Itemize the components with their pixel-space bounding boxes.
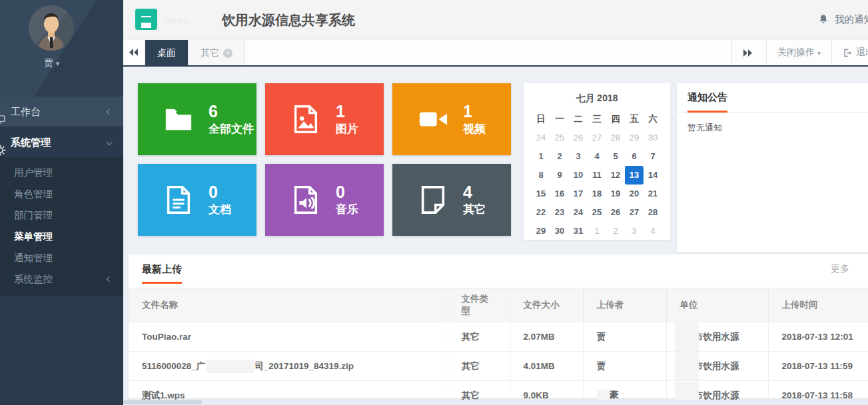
hamburger-icon bbox=[141, 16, 151, 23]
sidebar-item-workbench[interactable]: 工作台 bbox=[0, 97, 123, 127]
tab-item[interactable]: 其它× bbox=[189, 40, 245, 65]
calendar-day[interactable]: 8 bbox=[532, 166, 550, 185]
calendar-day[interactable]: 5 bbox=[606, 147, 625, 166]
double-arrow-right-icon bbox=[743, 49, 752, 57]
calendar-month-title: 七月 2018 bbox=[532, 93, 662, 105]
calendar-day[interactable]: 26 bbox=[606, 203, 625, 222]
calendar-day[interactable]: 30 bbox=[550, 222, 569, 240]
calendar-day[interactable]: 18 bbox=[588, 185, 606, 203]
calendar-day[interactable]: 25 bbox=[588, 203, 606, 222]
notice-panel: 通知公告 更多通知 暂无通知 bbox=[677, 83, 868, 252]
calendar-day[interactable]: 17 bbox=[569, 185, 588, 203]
stat-card-文档[interactable]: 0文档 bbox=[138, 164, 256, 236]
calendar-day[interactable]: 14 bbox=[644, 166, 662, 185]
chevron-left-icon bbox=[107, 276, 112, 282]
avatar-image bbox=[29, 5, 74, 51]
calendar-day[interactable]: 10 bbox=[569, 166, 588, 185]
username-dropdown[interactable]: 贾 ▾ bbox=[0, 57, 103, 69]
sidebar-subitem[interactable]: 角色管理 bbox=[0, 183, 123, 204]
calendar-day[interactable]: 21 bbox=[644, 185, 662, 203]
app-window: 贾 ▾ 工作台 系统管理 用户管理角色管理部门管理菜单管理通知管理系统监控 ··… bbox=[0, 0, 868, 405]
tab-active[interactable]: 桌面 bbox=[145, 40, 189, 65]
close-icon[interactable]: × bbox=[223, 49, 232, 58]
horizontal-scrollbar[interactable] bbox=[123, 400, 868, 405]
calendar-day[interactable]: 6 bbox=[625, 147, 644, 166]
menu-toggle-button[interactable] bbox=[135, 9, 157, 30]
calendar-grid: 日一二三四五六242526272829301234567891011121314… bbox=[532, 110, 662, 240]
calendar-day[interactable]: 23 bbox=[550, 203, 569, 222]
stat-label: 文档 bbox=[209, 202, 231, 217]
more-uploads-link[interactable]: 更多 bbox=[831, 263, 849, 275]
sidebar: 贾 ▾ 工作台 系统管理 用户管理角色管理部门管理菜单管理通知管理系统监控 bbox=[0, 0, 123, 405]
calendar-day-selected[interactable]: 13 bbox=[625, 166, 644, 185]
table-row[interactable]: TouPiao.rar其它2.07MB贾市饮用水源2018-07-13 12:0… bbox=[129, 322, 868, 352]
calendar-day[interactable]: 22 bbox=[532, 203, 550, 222]
calendar-day[interactable]: 29 bbox=[532, 222, 550, 240]
calendar-day[interactable]: 31 bbox=[569, 222, 588, 240]
table-row[interactable]: 5116000028_广司_20171019_84319.zip其它4.01MB… bbox=[129, 352, 868, 381]
calendar-day[interactable]: 3 bbox=[625, 222, 644, 240]
calendar-day[interactable]: 2 bbox=[606, 222, 625, 240]
stat-card-音乐[interactable]: 0音乐 bbox=[265, 164, 384, 236]
calendar-day[interactable]: 3 bbox=[569, 147, 588, 166]
my-notifications-button[interactable]: 我的通知 bbox=[818, 13, 868, 26]
sidebar-subitem[interactable]: 系统监控 bbox=[0, 268, 123, 290]
logout-button[interactable]: 退出 bbox=[831, 40, 868, 65]
calendar-day[interactable]: 19 bbox=[606, 185, 625, 203]
calendar-day[interactable]: 9 bbox=[550, 166, 569, 185]
calendar-day[interactable]: 16 bbox=[550, 185, 569, 203]
calendar-day[interactable]: 28 bbox=[606, 129, 625, 147]
calendar-day[interactable]: 25 bbox=[550, 129, 569, 147]
tabs-scroll-right-button[interactable] bbox=[731, 40, 766, 65]
uploads-title: 最新上传 bbox=[142, 263, 182, 284]
calendar-day[interactable]: 29 bbox=[625, 129, 644, 147]
sidebar-subitem-label: 通知管理 bbox=[14, 252, 53, 263]
sidebar-subitem-label: 角色管理 bbox=[14, 189, 53, 199]
uploads-table: 文件名称文件类型文件大小上传者单位上传时间 TouPiao.rar其它2.07M… bbox=[129, 288, 868, 405]
calendar-day[interactable]: 24 bbox=[532, 129, 550, 147]
calendar-day[interactable]: 26 bbox=[569, 129, 588, 147]
stat-card-全部文件[interactable]: 6全部文件 bbox=[138, 83, 256, 155]
sidebar-subitem[interactable]: 部门管理 bbox=[0, 204, 123, 226]
column-header: 文件名称 bbox=[129, 288, 448, 322]
uploads-table-header: 文件名称文件类型文件大小上传者单位上传时间 bbox=[129, 288, 868, 322]
unit-partial-char: 市 bbox=[699, 360, 703, 372]
tabs-scroll-left-button[interactable] bbox=[123, 40, 145, 65]
stat-label: 全部文件 bbox=[209, 121, 254, 137]
calendar-day[interactable]: 4 bbox=[588, 147, 606, 166]
calendar-day[interactable]: 20 bbox=[625, 185, 644, 203]
calendar-weekday: 日 bbox=[532, 110, 550, 129]
stat-card-视频[interactable]: 1视频 bbox=[392, 83, 511, 155]
stat-card-其它[interactable]: 4其它 bbox=[392, 164, 511, 236]
calendar-day[interactable]: 27 bbox=[625, 203, 644, 222]
calendar-day[interactable]: 7 bbox=[644, 147, 662, 166]
sidebar-subitem[interactable]: 通知管理 bbox=[0, 247, 123, 268]
tab-label: 桌面 bbox=[157, 47, 176, 58]
calendar-day[interactable]: 12 bbox=[606, 166, 625, 185]
sidebar-subitem[interactable]: 用户管理 bbox=[0, 162, 123, 183]
avatar[interactable] bbox=[29, 5, 74, 51]
calendar-day[interactable]: 27 bbox=[588, 129, 606, 147]
stat-card-图片[interactable]: 1图片 bbox=[265, 83, 384, 155]
calendar-day[interactable]: 2 bbox=[550, 147, 569, 166]
scrollbar-thumb[interactable] bbox=[123, 400, 202, 404]
calendar-day[interactable]: 30 bbox=[644, 129, 662, 147]
calendar-day[interactable]: 11 bbox=[588, 166, 606, 185]
cell-file-size: 4.01MB bbox=[510, 352, 583, 381]
sidebar-subitem[interactable]: 菜单管理 bbox=[0, 226, 123, 247]
sidebar-subitem-label: 用户管理 bbox=[14, 167, 53, 178]
calendar-day[interactable]: 4 bbox=[644, 222, 662, 240]
calendar-day[interactable]: 28 bbox=[644, 203, 662, 222]
stat-label: 音乐 bbox=[336, 202, 358, 217]
redaction-block bbox=[675, 352, 699, 380]
cell-file-type: 其它 bbox=[448, 352, 510, 381]
sidebar-item-system-management[interactable]: 系统管理 bbox=[0, 127, 123, 158]
calendar-day[interactable]: 24 bbox=[569, 203, 588, 222]
stat-count: 0 bbox=[209, 183, 231, 202]
close-operations-dropdown[interactable]: 关闭操作 ▾ bbox=[766, 40, 831, 65]
calendar-day[interactable]: 15 bbox=[532, 185, 550, 203]
cell-file-name: 5116000028_广司_20171019_84319.zip bbox=[129, 352, 448, 381]
page-title: ····饮用水源信息共享系统 bbox=[167, 11, 355, 29]
calendar-day[interactable]: 1 bbox=[588, 222, 606, 240]
calendar-day[interactable]: 1 bbox=[532, 147, 550, 166]
